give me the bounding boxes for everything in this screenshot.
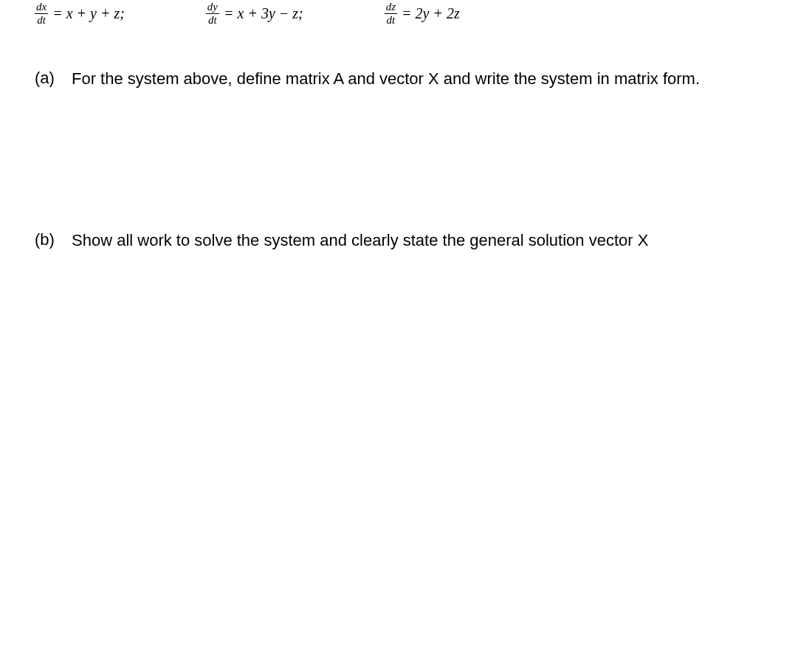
- fraction-dx-dt: dx dt: [35, 1, 48, 26]
- equation-body: = x + 3y − z;: [224, 5, 303, 22]
- part-b-text: Show all work to solve the system and cl…: [72, 230, 648, 252]
- equation-body: = 2y + 2z: [402, 5, 460, 22]
- numerator: dy: [206, 1, 219, 14]
- equation-body: = x + y + z;: [52, 5, 125, 22]
- part-a-label: (a): [35, 69, 72, 90]
- equations-row: dx dt = x + y + z; dy dt = x + 3y − z; d…: [0, 0, 812, 26]
- part-b-label: (b): [35, 230, 72, 252]
- part-a-text: For the system above, define matrix A an…: [72, 69, 700, 90]
- equation-1: dx dt = x + y + z;: [35, 1, 125, 26]
- equation-3: dz dt = 2y + 2z: [385, 1, 460, 26]
- part-a: (a) For the system above, define matrix …: [0, 69, 812, 90]
- denominator: dt: [385, 14, 397, 26]
- fraction-dy-dt: dy dt: [206, 1, 219, 26]
- document-page: dx dt = x + y + z; dy dt = x + 3y − z; d…: [0, 0, 812, 656]
- numerator: dx: [35, 1, 48, 14]
- equation-2: dy dt = x + 3y − z;: [206, 1, 303, 26]
- denominator: dt: [207, 14, 219, 26]
- numerator: dz: [385, 1, 397, 14]
- fraction-dz-dt: dz dt: [385, 1, 397, 26]
- denominator: dt: [35, 14, 47, 26]
- part-b: (b) Show all work to solve the system an…: [0, 230, 812, 252]
